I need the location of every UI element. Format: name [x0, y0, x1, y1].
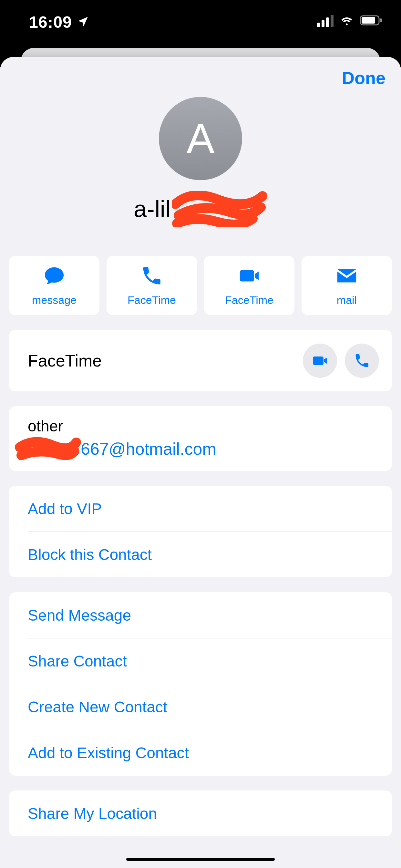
add-existing-contact-row[interactable]: Add to Existing Contact: [9, 730, 392, 776]
svg-rect-1: [362, 17, 375, 24]
contact-sheet: Done A a-lil message FaceTime: [0, 57, 401, 868]
sheet-navbar: Done: [0, 57, 401, 99]
message-button[interactable]: message: [9, 256, 99, 315]
message-icon: [43, 265, 66, 288]
facetime-label: FaceTime: [28, 351, 102, 370]
mail-label: mail: [337, 294, 357, 306]
email-value-visible: 667@hotmail.com: [81, 439, 216, 459]
battery-icon: [360, 14, 383, 27]
share-location-row[interactable]: Share My Location: [9, 790, 392, 836]
facetime-video-label: FaceTime: [225, 294, 274, 306]
facetime-video-call-button[interactable]: [303, 344, 337, 378]
message-label: message: [32, 294, 76, 306]
facetime-row: FaceTime: [9, 330, 392, 392]
wifi-icon: [339, 13, 354, 29]
facetime-audio-call-button[interactable]: [345, 344, 379, 378]
avatar-initial: A: [187, 114, 215, 163]
email-card: other 667@hotmail.com: [9, 406, 392, 471]
email-row[interactable]: other 667@hotmail.com: [9, 406, 392, 471]
share-contact-row[interactable]: Share Contact: [9, 638, 392, 684]
location-icon: [76, 15, 89, 29]
email-redaction: [18, 438, 80, 460]
block-contact-row[interactable]: Block this Contact: [9, 531, 392, 578]
facetime-audio-button[interactable]: FaceTime: [106, 256, 197, 315]
mail-icon: [335, 265, 358, 288]
name-redaction: [172, 191, 267, 227]
avatar: A: [159, 97, 242, 180]
profile-header: A a-lil: [0, 97, 401, 227]
facetime-video-button[interactable]: FaceTime: [204, 256, 295, 315]
facetime-card: FaceTime: [9, 330, 392, 392]
done-button[interactable]: Done: [342, 68, 385, 88]
svg-rect-2: [380, 19, 382, 22]
status-bar: 16:09: [0, 0, 401, 45]
mail-button[interactable]: mail: [302, 256, 392, 315]
phone-icon: [141, 265, 163, 288]
add-to-vip-row[interactable]: Add to VIP: [9, 486, 392, 531]
video-icon: [238, 265, 260, 288]
actions-card: Send Message Share Contact Create New Co…: [9, 592, 392, 776]
action-tiles: message FaceTime FaceTime mail: [0, 256, 401, 315]
location-card: Share My Location: [9, 790, 392, 836]
status-time: 16:09: [29, 13, 72, 32]
email-field-label: other: [28, 417, 63, 435]
create-new-contact-row[interactable]: Create New Contact: [9, 684, 392, 730]
home-indicator[interactable]: [126, 858, 275, 861]
send-message-row[interactable]: Send Message: [9, 592, 392, 638]
vip-block-card: Add to VIP Block this Contact: [9, 486, 392, 578]
cellular-icon: [317, 15, 334, 27]
facetime-audio-label: FaceTime: [127, 294, 176, 306]
contact-name: a-lil: [134, 196, 171, 222]
